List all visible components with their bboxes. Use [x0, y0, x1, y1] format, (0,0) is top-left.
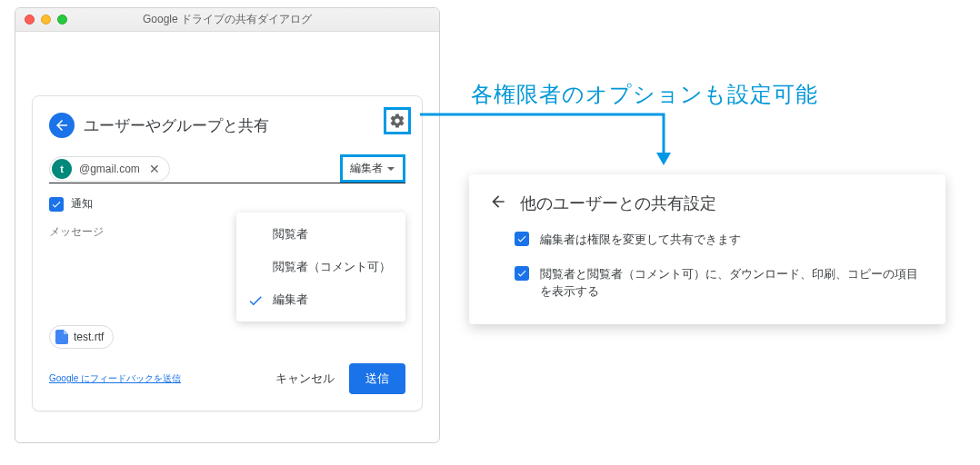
role-option-label: 閲覧者（コメント可） — [273, 259, 391, 275]
settings-label-1: 編集者は権限を変更して共有できます — [540, 231, 741, 249]
arrow-left-icon — [54, 117, 70, 134]
send-button[interactable]: 送信 — [349, 363, 405, 394]
check-icon — [516, 268, 527, 279]
dialog-header: ユーザーやグループと共有 — [49, 113, 405, 138]
annotation-title: 各権限者のオプションも設定可能 — [471, 80, 818, 109]
feedback-link[interactable]: Google にフィードバックを送信 — [49, 372, 181, 385]
settings-option-2: 閲覧者と閲覧者（コメント可）に、ダウンロード、印刷、コピーの項目を表示する — [489, 265, 925, 301]
settings-header: 他のユーザーとの共有設定 — [489, 193, 925, 214]
settings-option-1: 編集者は権限を変更して共有できます — [489, 231, 925, 249]
notify-row: 通知 — [49, 196, 405, 212]
recipient-row: t @gmail.com ✕ 編集者 — [49, 154, 405, 183]
file-chip[interactable]: test.rtf — [49, 325, 114, 349]
share-settings-panel: 他のユーザーとの共有設定 編集者は権限を変更して共有できます 閲覧者と閲覧者（コ… — [469, 174, 945, 324]
role-dropdown-label: 編集者 — [350, 161, 383, 176]
window-titlebar: Google ドライブの共有ダイアログ — [15, 8, 439, 32]
back-button[interactable] — [49, 113, 75, 138]
share-dialog: ユーザーやグループと共有 t @gmail.com ✕ 編集者 通知 メッセージ — [32, 95, 423, 411]
arrow-left-icon — [489, 193, 507, 211]
file-name: test.rtf — [74, 331, 104, 343]
mac-window: Google ドライブの共有ダイアログ ユーザーやグループと共有 t @gmai… — [15, 7, 440, 443]
role-option-commenter[interactable]: 閲覧者（コメント可） — [236, 251, 405, 283]
dialog-title: ユーザーやグループと共有 — [84, 115, 269, 136]
role-option-editor[interactable]: 編集者 — [236, 283, 405, 316]
caret-down-icon — [386, 164, 395, 173]
dialog-footer: Google にフィードバックを送信 キャンセル 送信 — [49, 363, 405, 394]
notify-checkbox[interactable] — [49, 197, 64, 212]
check-icon — [247, 292, 262, 307]
settings-label-2: 閲覧者と閲覧者（コメント可）に、ダウンロード、印刷、コピーの項目を表示する — [540, 265, 925, 301]
settings-title: 他のユーザーとの共有設定 — [520, 193, 716, 214]
gear-icon — [389, 113, 405, 129]
settings-back-button[interactable] — [489, 193, 507, 214]
role-dropdown[interactable]: 編集者 — [340, 154, 405, 183]
recipient-email: @gmail.com — [79, 163, 140, 175]
recipient-chip[interactable]: t @gmail.com ✕ — [49, 156, 170, 182]
remove-recipient-button[interactable]: ✕ — [147, 162, 162, 176]
role-option-label: 編集者 — [273, 292, 308, 308]
role-menu: 閲覧者 閲覧者（コメント可） 編集者 — [236, 213, 405, 322]
notify-label: 通知 — [71, 196, 93, 212]
check-icon — [516, 233, 527, 244]
settings-button[interactable] — [384, 107, 411, 134]
arrow-connector — [418, 109, 673, 173]
avatar: t — [52, 159, 72, 179]
settings-checkbox-1[interactable] — [515, 232, 529, 246]
settings-checkbox-2[interactable] — [515, 266, 529, 281]
role-option-label: 閲覧者 — [273, 226, 308, 242]
cancel-button[interactable]: キャンセル — [275, 371, 335, 387]
window-title: Google ドライブの共有ダイアログ — [15, 12, 439, 27]
document-icon — [55, 330, 68, 344]
role-option-viewer[interactable]: 閲覧者 — [236, 218, 405, 251]
check-icon — [51, 199, 62, 210]
